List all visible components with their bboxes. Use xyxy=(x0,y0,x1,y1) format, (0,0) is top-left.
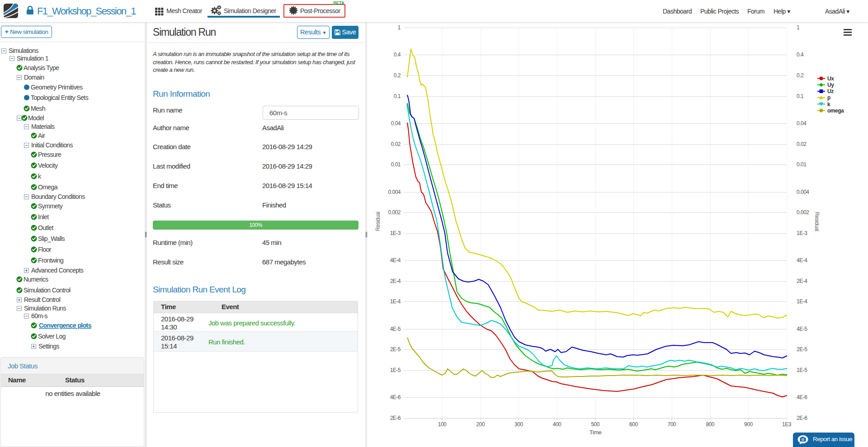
svg-text:k: k xyxy=(827,101,830,108)
svg-text:Boundary Conditions: Boundary Conditions xyxy=(31,193,85,200)
svg-text:0.01: 0.01 xyxy=(391,161,401,168)
svg-text:4E-5: 4E-5 xyxy=(390,326,401,332)
svg-text:800: 800 xyxy=(706,421,714,428)
svg-text:Inlet: Inlet xyxy=(38,213,49,221)
svg-text:1E3: 1E3 xyxy=(782,421,792,428)
svg-text:4E-6: 4E-6 xyxy=(797,394,807,400)
svg-text:200: 200 xyxy=(476,421,485,428)
svg-text:Domain: Domain xyxy=(24,74,44,81)
svg-text:Simulation Control: Simulation Control xyxy=(24,287,71,294)
svg-text:1E-4: 1E-4 xyxy=(390,298,401,305)
svg-text:Materials: Materials xyxy=(31,123,55,130)
svg-text:Air: Air xyxy=(38,132,45,139)
svg-text:Topological Entity Sets: Topological Entity Sets xyxy=(31,94,89,101)
svg-text:Convergence plots: Convergence plots xyxy=(39,322,92,329)
svg-text:2E-6: 2E-6 xyxy=(390,415,401,421)
svg-text:Analysis Type: Analysis Type xyxy=(24,64,59,71)
svg-text:Uz: Uz xyxy=(827,88,834,94)
svg-text:300: 300 xyxy=(514,421,523,428)
svg-text:0.4: 0.4 xyxy=(797,52,804,58)
svg-text:500: 500 xyxy=(591,421,599,428)
svg-text:400: 400 xyxy=(553,421,561,428)
svg-text:0.04: 0.04 xyxy=(391,120,401,127)
svg-text:0.02: 0.02 xyxy=(797,141,807,147)
svg-text:4E-5: 4E-5 xyxy=(797,326,807,332)
svg-text:Mesh: Mesh xyxy=(31,105,45,112)
svg-text:1E-3: 1E-3 xyxy=(797,230,807,236)
svg-text:Omega: Omega xyxy=(38,184,58,191)
svg-text:Geometry Primitives: Geometry Primitives xyxy=(31,84,83,91)
svg-text:Floor: Floor xyxy=(38,246,52,253)
svg-text:0.02: 0.02 xyxy=(391,141,401,147)
svg-text:Time: Time xyxy=(590,429,602,436)
svg-text:Simulation 1: Simulation 1 xyxy=(17,55,49,62)
svg-text:Velocity: Velocity xyxy=(38,162,58,169)
svg-text:2E-5: 2E-5 xyxy=(797,346,807,353)
svg-text:4E-4: 4E-4 xyxy=(390,257,401,263)
svg-text:Residual: Residual xyxy=(814,212,820,231)
svg-text:omega: omega xyxy=(827,108,844,114)
svg-text:0.004: 0.004 xyxy=(388,189,401,195)
svg-text:Frontwing: Frontwing xyxy=(38,257,63,264)
svg-text:Outlet: Outlet xyxy=(38,224,53,231)
svg-text:0.1: 0.1 xyxy=(394,93,401,99)
svg-text:2E-4: 2E-4 xyxy=(797,278,807,284)
svg-text:0.004: 0.004 xyxy=(797,189,809,195)
svg-text:700: 700 xyxy=(668,421,676,428)
svg-text:2E-4: 2E-4 xyxy=(390,278,401,284)
svg-text:60m-s: 60m-s xyxy=(31,312,47,320)
svg-text:0.002: 0.002 xyxy=(388,209,401,216)
svg-text:600: 600 xyxy=(629,421,638,428)
svg-text:4E-6: 4E-6 xyxy=(390,394,401,400)
svg-text:0.4: 0.4 xyxy=(394,52,401,58)
svg-text:Settings: Settings xyxy=(38,343,59,350)
svg-text:Advanced Concepts: Advanced Concepts xyxy=(31,267,84,274)
svg-text:1: 1 xyxy=(398,24,401,31)
svg-text:Ux: Ux xyxy=(827,75,834,82)
svg-text:900: 900 xyxy=(744,421,753,428)
svg-text:1E-5: 1E-5 xyxy=(797,367,807,373)
svg-text:Initial Conditions: Initial Conditions xyxy=(31,141,73,149)
svg-text:Slip_Walls: Slip_Walls xyxy=(38,235,65,242)
svg-text:100: 100 xyxy=(438,421,447,428)
svg-text:2E-6: 2E-6 xyxy=(797,415,807,421)
svg-text:Solver Log: Solver Log xyxy=(38,333,66,340)
svg-text:1: 1 xyxy=(797,24,800,31)
svg-text:Pressure: Pressure xyxy=(38,151,61,158)
svg-text:0.04: 0.04 xyxy=(797,120,807,127)
svg-text:Model: Model xyxy=(28,114,44,122)
svg-text:0.01: 0.01 xyxy=(797,161,807,168)
svg-text:Result Control: Result Control xyxy=(24,296,61,303)
svg-text:1E-4: 1E-4 xyxy=(797,298,807,305)
svg-text:0.2: 0.2 xyxy=(394,72,401,79)
svg-text:Simulations: Simulations xyxy=(9,47,38,54)
svg-text:Symmety: Symmety xyxy=(38,202,63,210)
svg-text:1E-3: 1E-3 xyxy=(390,230,401,236)
svg-text:Numerics: Numerics xyxy=(24,276,48,283)
svg-text:2E-5: 2E-5 xyxy=(390,346,401,353)
svg-text:Uy: Uy xyxy=(827,82,834,88)
svg-text:p: p xyxy=(827,94,830,101)
svg-text:0.002: 0.002 xyxy=(797,209,809,216)
svg-text:0.2: 0.2 xyxy=(797,72,804,79)
svg-text:k: k xyxy=(38,173,42,180)
svg-text:Simulation Runs: Simulation Runs xyxy=(24,305,66,312)
svg-text:4E-4: 4E-4 xyxy=(797,257,807,263)
svg-text:Residual: Residual xyxy=(375,212,381,231)
svg-text:1E-5: 1E-5 xyxy=(390,367,401,373)
svg-text:0.1: 0.1 xyxy=(797,93,804,99)
